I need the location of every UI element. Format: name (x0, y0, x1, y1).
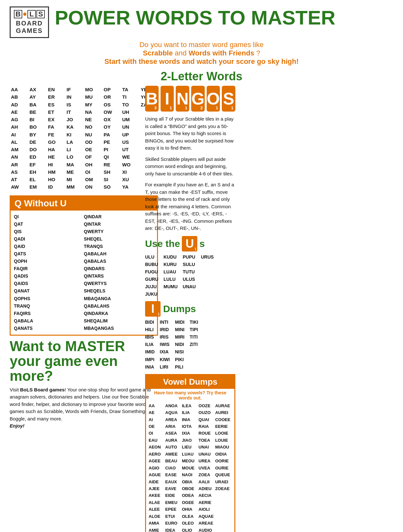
i-word: IWIS (160, 341, 170, 348)
two-letter-word: TA (121, 86, 140, 93)
u-word: ULUS (183, 276, 196, 283)
two-letter-word: AE (10, 108, 28, 116)
logo: B L S BOARDGAMES (10, 6, 49, 38)
i-word: HILI (145, 326, 155, 333)
vowel-word: LUAU (182, 451, 199, 458)
two-letter-word: YA (121, 183, 140, 191)
i-word: NISI (175, 348, 185, 356)
u-word (201, 283, 214, 291)
bingo-text2: Skilled Scrabble players will put aside … (145, 156, 235, 178)
two-letter-word: QI (103, 153, 121, 161)
vowel-word: EMEU (165, 499, 182, 506)
vowel-word (215, 527, 232, 532)
i-word: LIRI (160, 363, 170, 371)
two-letter-word: ET (47, 108, 65, 116)
two-letter-word: OW (103, 108, 121, 116)
two-letter-word: OS (103, 101, 121, 108)
i-word: IRIS (160, 333, 170, 341)
vowel-word: QUAI (199, 416, 215, 423)
vowel-word: EAVE (165, 485, 182, 492)
vowel-word: OGEE (182, 499, 199, 506)
want-to-master-text: Visit BoLS Board games! Your one-stop sh… (10, 386, 158, 430)
two-letter-word: AB (10, 93, 28, 101)
q-word: QANAT (14, 287, 84, 295)
two-letter-word: IF (65, 86, 84, 93)
vowel-word: EAUX (165, 478, 182, 485)
vowel-word: ALAE (149, 499, 165, 506)
vowel-word: EERIE (215, 423, 232, 430)
vowel-word: AGEE (149, 458, 165, 464)
vowel-word: AEON (149, 444, 165, 450)
two-letter-word: MU (84, 93, 103, 101)
vowel-word: OI (149, 430, 165, 437)
two-letter-word: KI (65, 131, 84, 138)
two-letter-word: OX (103, 116, 121, 123)
two-letter-word: SI (103, 176, 121, 183)
page-header: B L S BOARDGAMES POWER WORDS TO MASTER (10, 6, 393, 38)
i-word (190, 348, 198, 356)
vowel-word (215, 513, 232, 520)
vowel-word: MOUE (182, 465, 199, 471)
bingo-text3: For example if you have an E, an S and a… (145, 181, 235, 232)
subtitle-line-games: Scrabble and Words with Friends ? (10, 49, 393, 57)
vowel-word: ANOA (165, 402, 182, 409)
q-word: QANATS (14, 325, 84, 332)
vowel-word: UREA (199, 458, 215, 464)
two-letter-word: MY (84, 101, 103, 108)
i-word: IBIS (145, 333, 155, 341)
vowel-word: AMIE (149, 527, 165, 532)
vowel-word: OLIO (182, 527, 199, 532)
two-letter-word: HE (47, 153, 65, 161)
two-letter-word: IT (65, 108, 84, 116)
vowel-word: ALEE (149, 506, 165, 513)
two-letter-word: TO (121, 101, 140, 108)
vowel-word: MEOU (182, 458, 199, 464)
two-letter-word: LO (65, 153, 84, 161)
vowel-word: ASEA (165, 430, 182, 437)
vowel-word: AUTO (165, 444, 182, 450)
two-letter-grid: AAAXENIFMOOPTAYEABAYERINMUORTIYOADBAESIS… (10, 86, 158, 191)
vowel-word: UNAI (199, 444, 215, 450)
use-u-title: Use the U 1 s (145, 236, 235, 251)
q-word: SHEQELS (84, 287, 154, 295)
u-word: GURU (145, 276, 158, 283)
vowel-word: LIEU (182, 444, 199, 450)
u-word (201, 291, 214, 298)
two-letter-word: LA (65, 138, 84, 146)
two-letter-word: EM (28, 183, 47, 191)
two-letter-word: ED (28, 153, 47, 161)
two-letter-word: MO (84, 86, 103, 93)
q-word: QADI (14, 235, 84, 243)
two-letter-word: PE (103, 138, 121, 146)
two-letter-word: MM (65, 183, 84, 191)
vowel-word: TOEA (199, 437, 215, 444)
u-word: SULU (183, 261, 196, 268)
use-u-tile: U 1 (182, 236, 197, 251)
i-word: TIPI (190, 326, 198, 333)
vowel-word: OHIA (182, 506, 199, 513)
left-column: AAAXENIFMOOPTAYEABAYERINMUORTIYOADBAESIS… (10, 86, 158, 430)
vowel-word: NAOI (182, 471, 199, 478)
vowel-word: AIOLI (199, 506, 215, 513)
u-word: TUTU (183, 268, 196, 276)
q-word: QI (14, 213, 84, 221)
two-letter-word: SH (103, 168, 121, 176)
vowel-word: MIAOU (215, 444, 232, 450)
two-letter-word: AM (10, 146, 28, 153)
vowel-word: ROUE (199, 430, 215, 437)
two-letter-word: ID (47, 183, 65, 191)
two-letter-word: MA (65, 161, 84, 168)
vowel-word: AURA (165, 437, 182, 444)
two-letter-word: OH (84, 161, 103, 168)
two-letter-word: AT (10, 176, 28, 183)
two-letter-word: AY (28, 93, 47, 101)
two-letter-word: UT (121, 146, 140, 153)
u-word: LULU (163, 276, 178, 283)
q-word: FAQIRS (14, 310, 84, 317)
two-letter-word: HM (47, 168, 65, 176)
two-letter-word: TI (121, 93, 140, 101)
two-letter-word: WO (121, 161, 140, 168)
want-to-master: Want to MASTER your game even more? Visi… (10, 339, 158, 430)
i-word: IXIA (160, 348, 170, 356)
page-title: POWER WORDS TO MASTER (55, 6, 335, 28)
